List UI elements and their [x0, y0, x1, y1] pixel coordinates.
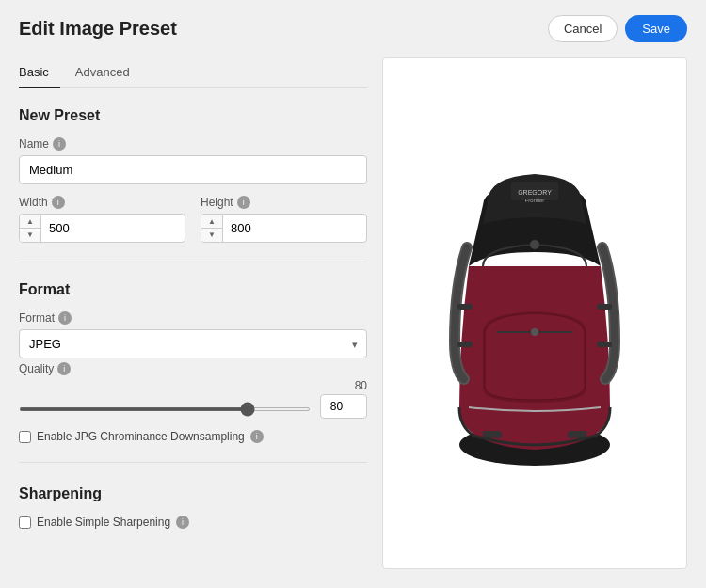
sharpening-info-icon: i [176, 516, 189, 529]
backpack-preview-image: GREGORY Frontier [431, 153, 638, 473]
quality-number-input[interactable] [320, 394, 367, 419]
quality-slider-wrapper [19, 400, 311, 414]
quality-slider[interactable] [19, 407, 311, 411]
name-info-icon: i [53, 137, 66, 151]
sharpening-title: Sharpening [19, 485, 367, 502]
svg-rect-10 [483, 431, 502, 438]
format-select-wrapper: JPEG PNG GIF WebP ▾ [19, 329, 367, 358]
format-label: Format i [19, 311, 367, 325]
height-info-icon: i [237, 196, 250, 209]
tab-basic[interactable]: Basic [19, 57, 60, 88]
chrominance-checkbox[interactable] [19, 431, 31, 443]
height-up-button[interactable]: ▲ [201, 215, 222, 229]
quality-section: Quality i 80 [19, 362, 367, 443]
height-down-button[interactable]: ▼ [201, 229, 222, 242]
width-spinners: ▲ ▼ [20, 215, 41, 242]
svg-rect-8 [597, 304, 612, 310]
chrominance-row: Enable JPG Chrominance Downsampling i [19, 430, 367, 443]
divider-1 [19, 262, 367, 262]
format-select[interactable]: JPEG PNG GIF WebP [19, 329, 367, 358]
svg-rect-6 [457, 304, 473, 310]
format-title: Format [19, 281, 367, 298]
main-layout: Basic Advanced New Preset Name i Width [0, 57, 706, 588]
sharpening-row: Enable Simple Sharpening i [19, 516, 367, 529]
format-info-icon: i [58, 311, 72, 325]
cancel-button[interactable]: Cancel [548, 15, 618, 42]
svg-rect-9 [597, 342, 612, 347]
new-preset-title: New Preset [19, 107, 367, 124]
tab-advanced[interactable]: Advanced [75, 57, 141, 88]
left-panel: Basic Advanced New Preset Name i Width [19, 57, 367, 569]
header-actions: Cancel Save [548, 15, 687, 42]
save-button[interactable]: Save [625, 15, 687, 42]
sharpening-section: Sharpening Enable Simple Sharpening i [19, 485, 367, 529]
width-input-wrapper: ▲ ▼ [19, 214, 185, 243]
chrominance-info-icon: i [250, 430, 264, 443]
quality-info-icon: i [57, 362, 71, 375]
dimensions-row: Width i ▲ ▼ Height [19, 196, 367, 243]
height-input-wrapper: ▲ ▼ [201, 214, 367, 243]
tabs: Basic Advanced [19, 57, 367, 88]
height-label: Height i [201, 196, 367, 209]
quality-label-row: Quality i [19, 362, 367, 375]
divider-2 [19, 462, 367, 463]
width-down-button[interactable]: ▼ [20, 229, 40, 242]
height-spinners: ▲ ▼ [201, 215, 223, 242]
quality-display-value: 80 [355, 379, 367, 392]
simple-sharpening-label[interactable]: Enable Simple Sharpening [37, 516, 170, 529]
simple-sharpening-checkbox[interactable] [19, 516, 31, 529]
width-input[interactable] [41, 215, 185, 242]
preview-image-area: GREGORY Frontier [383, 58, 686, 568]
slider-row [19, 394, 367, 419]
svg-point-12 [530, 240, 539, 249]
svg-rect-7 [457, 342, 473, 347]
page-title: Edit Image Preset [19, 18, 177, 40]
format-section: Format Format i JPEG PNG GIF WebP ▾ [19, 281, 367, 443]
height-field: Height i ▲ ▼ [201, 196, 367, 243]
svg-text:GREGORY: GREGORY [518, 189, 552, 196]
name-input[interactable] [19, 155, 367, 184]
width-up-button[interactable]: ▲ [20, 215, 40, 229]
image-preview-panel: GREGORY Frontier [382, 57, 687, 569]
svg-point-5 [531, 328, 538, 336]
width-field: Width i ▲ ▼ [19, 196, 185, 243]
height-input[interactable] [223, 215, 366, 242]
header: Edit Image Preset Cancel Save [0, 0, 706, 57]
width-label: Width i [19, 196, 185, 209]
chrominance-label[interactable]: Enable JPG Chrominance Downsampling [37, 430, 245, 443]
svg-text:Frontier: Frontier [525, 198, 545, 203]
svg-rect-11 [568, 431, 586, 438]
name-label: Name i [19, 137, 367, 151]
new-preset-section: New Preset Name i Width i [19, 107, 367, 243]
width-info-icon: i [52, 196, 65, 209]
quality-label: Quality i [19, 362, 71, 375]
